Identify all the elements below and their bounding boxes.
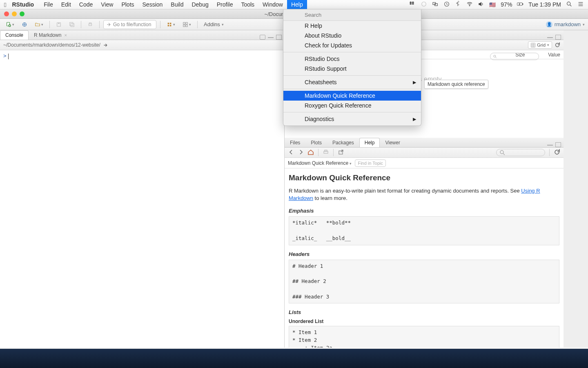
refresh-icon[interactable] [554,149,560,157]
svg-rect-24 [170,25,172,26]
svg-point-33 [494,55,496,57]
minimize-button[interactable] [12,11,17,16]
spotlight-icon[interactable] [566,1,572,9]
help-menu-item[interactable]: Diagnostics▶ [283,114,421,124]
env-grid-button[interactable]: Grid▾ [528,41,552,49]
help-menu-item[interactable]: Cheatsheets▶ [283,77,421,87]
help-pane: Files Plots Packages Help Viewer Markdow… [285,138,564,348]
console-path: ~/Documents/rmarkdown/demos/12-website/ [3,42,100,48]
pane-maximize-icon[interactable] [276,35,282,40]
help-menu-item[interactable]: About RStudio [283,31,421,40]
find-in-topic[interactable]: Find in Topic [355,159,386,167]
goto-file-placeholder: Go to file/function [113,22,151,27]
menu-view[interactable]: View [97,0,117,9]
svg-rect-22 [170,22,172,24]
apple-icon[interactable]:  [4,1,6,8]
volume-icon[interactable] [478,1,484,9]
help-menu-search[interactable]: Search [283,9,421,21]
app-name[interactable]: RStudio [12,1,34,8]
menu-session[interactable]: Session [138,0,167,9]
help-intro: R Markdown is an easy-to-write plain tex… [289,187,559,202]
svg-rect-35 [324,151,328,153]
circle-icon[interactable] [421,1,427,9]
help-menu-item[interactable]: RStudio Support [283,64,421,74]
battery-icon[interactable] [517,1,523,9]
svg-rect-16 [58,22,60,24]
flag-icon[interactable]: 🇺🇸 [489,2,496,8]
project-name[interactable]: rmarkdown [555,21,581,27]
forward-icon[interactable] [298,149,304,157]
save-all-button[interactable] [67,20,77,29]
zoom-button[interactable] [20,11,24,16]
menu-help[interactable]: Help [287,0,307,9]
menu-code[interactable]: Code [75,0,97,9]
tab-help[interactable]: Help [359,138,380,147]
refresh-icon[interactable] [555,42,560,48]
pane-minimize-icon[interactable] [547,36,553,38]
menu-tools[interactable]: Tools [237,0,258,9]
traffic-lights[interactable] [4,11,24,16]
bluetooth-icon[interactable] [455,1,461,9]
screens-icon[interactable] [432,1,439,9]
help-menu-item[interactable]: R Help [283,21,421,31]
svg-rect-36 [325,150,327,151]
wifi-icon[interactable] [466,1,473,9]
tab-packages[interactable]: Packages [327,138,359,147]
menu-debug[interactable]: Debug [187,0,212,9]
tab-console[interactable]: Console [0,30,29,40]
tab-files[interactable]: Files [285,138,305,147]
pane-minimize-icon[interactable] [268,36,274,38]
ul-heading: Unordered List [289,319,559,324]
svg-rect-19 [89,24,92,25]
goto-file-input[interactable]: Go to file/function [103,20,156,29]
popout-icon[interactable] [338,149,344,157]
help-menu-item[interactable]: Markdown Quick Reference [283,91,421,101]
pane-maximize-icon[interactable] [555,35,561,40]
help-search[interactable] [496,149,545,156]
save-button[interactable] [53,20,64,29]
new-project-button[interactable] [19,20,30,29]
addins-button[interactable]: Addins▾ [201,20,226,29]
tab-viewer[interactable]: Viewer [380,138,405,147]
emphasis-code: *italic* **bold** _italic_ __bold__ [289,216,559,245]
menu-edit[interactable]: Edit [57,0,75,9]
menu-build[interactable]: Build [167,0,187,9]
close-button[interactable] [4,11,9,16]
help-menu-item[interactable]: Check for Updates [283,40,421,50]
dropbox-icon[interactable] [409,1,416,9]
timemachine-icon[interactable] [443,1,450,9]
status-icons: 🇺🇸 97% Tue 1:39 PM [409,1,584,9]
help-menu-item[interactable]: Roxygen Quick Reference [283,101,421,110]
menu-plots[interactable]: Plots [117,0,138,9]
tools-button[interactable]: ▾ [164,20,178,29]
user-avatar-icon[interactable]: 👤 [546,21,552,28]
home-icon[interactable] [307,149,314,157]
help-menu-item[interactable]: RStudio Docs [283,54,421,64]
env-search[interactable] [490,53,539,60]
desktop-background [0,349,588,368]
tab-rmarkdown[interactable]: R Markdown× [29,30,72,40]
help-dropdown: Search R HelpAbout RStudioCheck for Upda… [283,9,421,126]
console-tabstrip: Console R Markdown× [0,30,284,40]
menu-file[interactable]: File [40,0,57,9]
print-button[interactable] [85,20,96,29]
help-crumb-title[interactable]: Markdown Quick Reference ▾ [288,160,352,166]
tab-plots[interactable]: Plots [305,138,327,147]
grid-button[interactable]: ▾ [180,20,194,29]
pane-window-icon[interactable] [260,35,265,40]
help-body[interactable]: Markdown Quick Reference R Markdown is a… [285,168,564,348]
console-body[interactable]: > [0,50,284,62]
col-value[interactable]: Value [545,52,564,58]
print-icon[interactable] [323,149,329,157]
goto-dir-icon[interactable] [103,43,108,48]
back-icon[interactable] [288,149,294,157]
menu-window[interactable]: Window [258,0,287,9]
menu-icon[interactable] [577,1,584,9]
open-file-button[interactable]: ▾ [32,20,46,29]
pane-maximize-icon[interactable] [555,142,561,147]
svg-rect-20 [89,22,91,24]
new-file-button[interactable]: ▾ [3,20,17,29]
menu-profile[interactable]: Profile [213,0,237,9]
pane-minimize-icon[interactable] [547,144,553,146]
close-icon[interactable]: × [64,33,67,38]
